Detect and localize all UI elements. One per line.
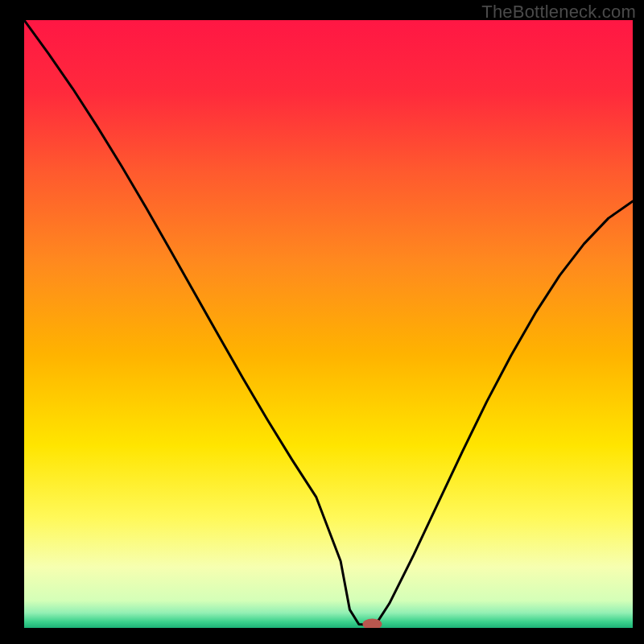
watermark-text: TheBottleneck.com: [481, 2, 636, 23]
chart-svg: [0, 0, 644, 644]
bottleneck-chart: TheBottleneck.com: [0, 0, 644, 644]
min-marker: [362, 618, 382, 630]
gradient-background: [24, 20, 633, 628]
